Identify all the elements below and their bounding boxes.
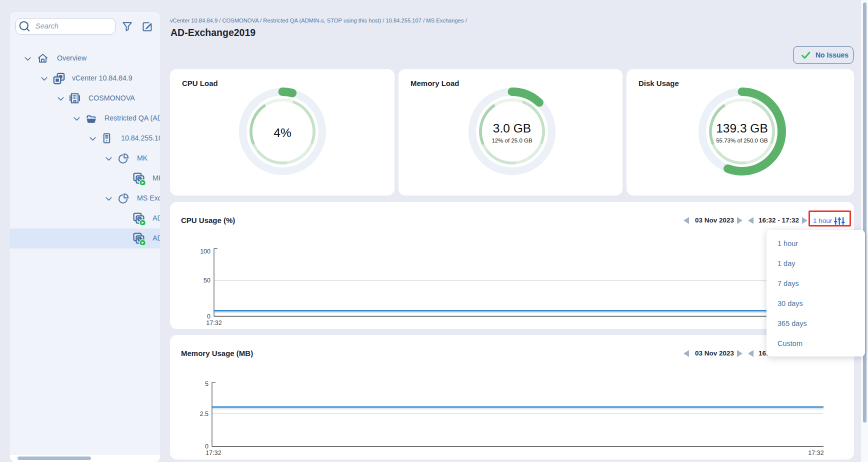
svg-text:139.3 GB: 139.3 GB bbox=[716, 122, 768, 135]
svg-text:55.73% of 250.0 GB: 55.73% of 250.0 GB bbox=[716, 138, 768, 144]
svg-text:3.0 GB: 3.0 GB bbox=[492, 122, 530, 135]
svg-text:17:32: 17:32 bbox=[206, 450, 221, 456]
svg-text:2.5: 2.5 bbox=[200, 410, 208, 418]
svg-text:4%: 4% bbox=[274, 126, 291, 140]
svg-text:12% of 25.0 GB: 12% of 25.0 GB bbox=[492, 138, 532, 144]
svg-text:17:32: 17:32 bbox=[206, 320, 222, 326]
svg-text:0: 0 bbox=[207, 313, 210, 320]
svg-text:0: 0 bbox=[205, 443, 208, 450]
svg-text:100: 100 bbox=[200, 248, 210, 255]
svg-text:17:32: 17:32 bbox=[808, 450, 824, 456]
svg-text:5: 5 bbox=[205, 380, 208, 388]
svg-text:50: 50 bbox=[204, 277, 210, 284]
